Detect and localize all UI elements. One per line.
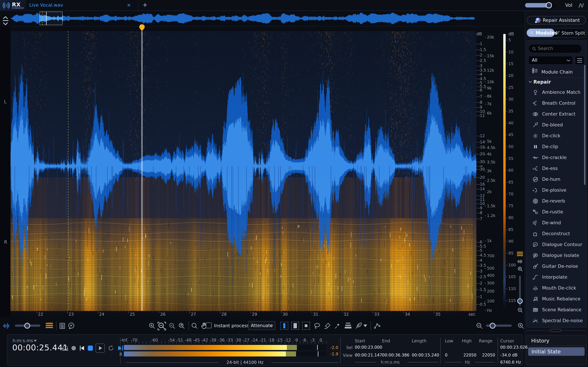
module-item-ambience-match[interactable]: Ambience Match: [527, 87, 586, 98]
module-item-mouth-de-click[interactable]: Mouth De-click: [527, 283, 586, 294]
module-item-de-ess[interactable]: SsDe-ess: [527, 163, 586, 174]
module-item-spectral-de-noise[interactable]: Spectral De-noise: [527, 315, 586, 326]
magnifier-tool-icon[interactable]: [191, 322, 198, 330]
play-button[interactable]: [96, 343, 105, 353]
new-tab-button[interactable]: +: [143, 1, 147, 8]
module-item-dialogue-isolate[interactable]: Dialogue Isolate: [527, 250, 586, 261]
fade-selection-tool-icon[interactable]: [345, 323, 352, 329]
tab-modules-label[interactable]: Modules: [536, 30, 557, 35]
signal-flow-icon[interactable]: [578, 2, 585, 9]
time-format-label[interactable]: h:m:s.ms: [13, 338, 33, 343]
lasso-tool-icon[interactable]: [313, 322, 321, 330]
section-divider: [440, 338, 441, 364]
history-item-initial-state[interactable]: Initial State: [528, 347, 585, 356]
waveform-view-icon[interactable]: [517, 259, 523, 264]
module-item-center-extract[interactable]: Center Extract: [527, 109, 586, 120]
module-item-de-rustle[interactable]: De-rustle: [527, 207, 586, 217]
de-rustle-icon: [532, 209, 539, 215]
module-list-scrollbar[interactable]: [584, 65, 585, 185]
spectrogram-view-icon[interactable]: [517, 251, 523, 257]
search-input[interactable]: [537, 46, 579, 51]
repair-section-chevron-icon[interactable]: [528, 80, 533, 83]
comments-icon[interactable]: [68, 322, 75, 330]
zoom-fit-tool-icon[interactable]: [178, 322, 185, 330]
feather-options-dropdown-icon[interactable]: [363, 325, 367, 327]
amplitude-tick-label: -5.5: [478, 244, 486, 249]
vertical-zoom-out-icon[interactable]: [517, 307, 523, 313]
list-options-button[interactable]: [575, 56, 584, 65]
spectrogram-canvas[interactable]: [10, 31, 476, 311]
spectrogram-blend-icon[interactable]: [45, 321, 53, 330]
repair-section-header[interactable]: Repair: [533, 79, 551, 85]
horizontal-zoom-knob[interactable]: [490, 323, 495, 329]
module-item-de-bleed[interactable]: De-bleed: [527, 120, 586, 131]
interpolate-icon: [532, 274, 539, 281]
record-button[interactable]: [71, 346, 76, 350]
module-item-label: De-reverb: [542, 198, 565, 204]
amplitude-tick-label: -30: [478, 167, 485, 172]
module-item-de-wind[interactable]: De-wind: [527, 217, 586, 228]
stop-button[interactable]: [88, 346, 93, 351]
waveform-blend-icon[interactable]: [3, 322, 10, 330]
module-chain-item[interactable]: Module Chain: [541, 69, 573, 75]
module-item-guitar-de-noise[interactable]: Guitar De-noise: [527, 261, 586, 272]
volume-slider[interactable]: [525, 3, 555, 8]
vertical-zoom-in-icon[interactable]: [517, 266, 523, 272]
volume-knob[interactable]: [546, 2, 552, 8]
overview-handle-icon[interactable]: [3, 20, 9, 21]
module-item-music-rebalance[interactable]: Music Rebalance: [527, 294, 586, 304]
overview-view-window[interactable]: [39, 12, 63, 25]
horizontal-zoom-out-icon[interactable]: [476, 322, 483, 330]
notes-icon[interactable]: [59, 322, 66, 330]
history-collapse-handle[interactable]: [550, 329, 561, 332]
zoom-out-tool-icon-selected[interactable]: [157, 321, 167, 331]
instant-process-checkbox[interactable]: [206, 323, 212, 328]
overview-waveform-canvas[interactable]: [10, 11, 475, 25]
frequency-tick-label: 9k: [487, 86, 492, 91]
tab-close-icon[interactable]: ×: [127, 2, 131, 8]
zoom-selection-tool-icon[interactable]: [168, 322, 176, 330]
select-time-tool[interactable]: [291, 322, 299, 330]
loop-button[interactable]: [108, 345, 114, 351]
time-format-dropdown-icon[interactable]: [34, 340, 37, 342]
tab-live-vocal[interactable]: Live Vocal.wav: [29, 2, 63, 8]
zoom-in-tool-icon[interactable]: [148, 322, 156, 330]
feather-tool-icon[interactable]: [355, 322, 362, 330]
horizontal-zoom-in-icon[interactable]: [517, 322, 525, 330]
legend-tick-label: 100: [508, 263, 516, 267]
blend-slider-knob[interactable]: [24, 323, 30, 329]
module-item-deconstruct[interactable]: Deconstruct: [527, 228, 586, 239]
module-item-scene-rebalance[interactable]: Scene Rebalance: [527, 304, 586, 315]
freq-unit-label[interactable]: Hz: [465, 360, 470, 365]
module-item-interpolate[interactable]: Interpolate: [527, 272, 586, 283]
module-item-de-click[interactable]: De-click: [527, 131, 586, 141]
playhead-marker-icon[interactable]: [139, 24, 145, 32]
module-item-dialogue-contour[interactable]: Dialogue Contour: [527, 239, 586, 250]
eraser-brush-tool-icon[interactable]: [324, 322, 331, 330]
module-item-de-plosive[interactable]: De-plosive: [527, 185, 586, 196]
tab-stem-split[interactable]: Stem Split: [562, 30, 585, 36]
time-ruler[interactable]: 2223242526272829303132333435sec: [10, 311, 476, 317]
module-item-breath-control[interactable]: Breath Control: [527, 98, 586, 109]
time-unit-label[interactable]: h:m:s.ms: [381, 360, 400, 365]
overview-expand-down-icon[interactable]: [2, 22, 9, 25]
module-search[interactable]: [528, 44, 582, 53]
amplitude-tick: [476, 74, 478, 75]
vertical-zoom-knob[interactable]: [517, 298, 523, 304]
signal-chain-tool-icon[interactable]: [373, 322, 381, 330]
previous-button[interactable]: [79, 345, 85, 351]
magic-wand-tool-icon[interactable]: [334, 322, 341, 330]
sel-start-value[interactable]: 00:00:23.000: [355, 345, 382, 350]
module-item-de-clip[interactable]: De-clip: [527, 141, 586, 152]
select-freq-tool[interactable]: [302, 322, 310, 330]
playhead-line[interactable]: [142, 31, 142, 311]
module-item-de-hum[interactable]: De-hum: [527, 174, 586, 185]
process-mode-dropdown[interactable]: Attenuate: [248, 321, 275, 330]
frequency-tick-label: Hz: [487, 308, 492, 313]
transport-time-display[interactable]: 00:00:25.441: [12, 343, 68, 352]
module-item-de-crackle[interactable]: De-crackle: [527, 152, 586, 163]
overview-expand-up-icon[interactable]: [2, 16, 9, 19]
preview-headphones-button[interactable]: [61, 345, 69, 352]
module-item-de-reverb[interactable]: De-reverb: [527, 196, 586, 207]
select-time-freq-tool[interactable]: [280, 322, 288, 330]
